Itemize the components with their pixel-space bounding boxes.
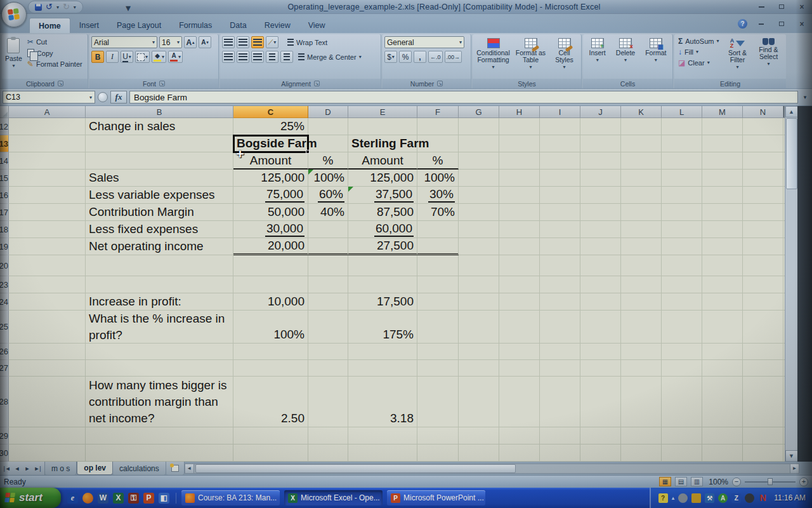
cell-D20[interactable]: [308, 255, 348, 276]
cell-F26[interactable]: [417, 344, 459, 360]
cell-A23[interactable]: [9, 276, 86, 293]
column-header-J[interactable]: J: [580, 106, 621, 118]
percent-style-button[interactable]: %: [399, 51, 412, 63]
cell-C13[interactable]: Bogside Farm: [233, 135, 308, 152]
key-app-icon[interactable]: ⚿: [128, 493, 139, 504]
vertical-scrollbar[interactable]: ▲ ▼: [785, 106, 797, 462]
paste-button[interactable]: Paste ▾: [4, 36, 23, 70]
word-icon[interactable]: W: [98, 493, 108, 504]
row-header-15[interactable]: 15: [0, 170, 9, 187]
sort-filter-button[interactable]: AZ Sort & Filter▾: [723, 36, 752, 72]
save-icon[interactable]: [35, 4, 42, 11]
wrap-text-button[interactable]: Wrap Text: [285, 38, 329, 47]
cell-C12[interactable]: 25%: [233, 118, 308, 135]
minimize-button[interactable]: [755, 2, 768, 11]
cell-B18[interactable]: Less fixed expenses: [86, 221, 233, 238]
increase-decimal-button[interactable]: ←.0: [428, 51, 443, 63]
cell-F28[interactable]: [417, 377, 459, 427]
cell-A18[interactable]: [9, 221, 86, 238]
page-break-view-button[interactable]: ▥: [691, 477, 703, 486]
vertical-scroll-thumb[interactable]: [786, 118, 797, 189]
top-align-button[interactable]: [222, 36, 235, 48]
undo-dropdown-icon[interactable]: ▾: [56, 4, 59, 10]
cell-B14[interactable]: [86, 152, 233, 170]
cell-B13[interactable]: [86, 135, 233, 152]
horizontal-scrollbar[interactable]: ◄ ►: [185, 462, 812, 475]
cell-C30[interactable]: [233, 444, 308, 462]
cell-D23[interactable]: [308, 276, 348, 293]
row-header-12[interactable]: 12: [0, 118, 9, 135]
row-header-19[interactable]: 19: [0, 238, 9, 255]
formula-input[interactable]: Bogside Farm: [129, 91, 798, 104]
cell-B27[interactable]: [86, 360, 233, 377]
row-header-16[interactable]: 16: [0, 187, 9, 204]
column-header-D[interactable]: D: [308, 106, 348, 118]
workbook-restore-button[interactable]: [775, 20, 788, 28]
paste-dropdown-icon[interactable]: ▾: [12, 64, 15, 69]
tab-home[interactable]: Home: [29, 18, 70, 33]
cell-D28[interactable]: [308, 377, 348, 427]
cell-E27[interactable]: [348, 360, 417, 377]
cell-A14[interactable]: [9, 152, 86, 170]
cell-C27[interactable]: [233, 360, 308, 377]
row-header-27[interactable]: 27: [0, 360, 9, 377]
cell-E15[interactable]: 125,000: [348, 170, 417, 187]
redo-icon[interactable]: ↻: [63, 1, 70, 13]
column-header-B[interactable]: B: [86, 106, 233, 118]
middle-align-button[interactable]: [237, 36, 249, 48]
cell-D26[interactable]: [308, 344, 348, 360]
cell-E12[interactable]: [348, 118, 417, 135]
tab-page-layout[interactable]: Page Layout: [108, 18, 170, 33]
cell-B30[interactable]: [86, 444, 233, 462]
sheet-tab-mos[interactable]: m o s: [45, 462, 77, 475]
cell-A13[interactable]: [9, 135, 86, 152]
cut-button[interactable]: ✂Cut: [25, 37, 84, 46]
help-tray-icon[interactable]: ?: [658, 493, 668, 503]
column-header-C[interactable]: C: [233, 106, 308, 118]
row-header-25[interactable]: 25: [0, 311, 9, 344]
shrink-font-button[interactable]: A▾: [199, 36, 211, 48]
cell-B20[interactable]: [86, 255, 233, 276]
cell-B19[interactable]: Net operating income: [86, 238, 233, 255]
column-header-I[interactable]: I: [540, 106, 580, 118]
cell-F23[interactable]: [417, 276, 459, 293]
tab-view[interactable]: View: [299, 18, 334, 33]
name-box[interactable]: C13▾: [3, 91, 95, 104]
cell-E20[interactable]: [348, 255, 417, 276]
start-button[interactable]: start: [0, 488, 61, 508]
cell-E29[interactable]: [348, 427, 417, 444]
cell-C15[interactable]: 125,000: [233, 170, 308, 187]
cell-A30[interactable]: [9, 444, 86, 462]
prev-sheet-icon[interactable]: ◄: [13, 465, 22, 472]
task-button-powerpoint[interactable]: P Microsoft PowerPoint ...: [387, 490, 485, 505]
clock-tray-icon[interactable]: [745, 493, 754, 503]
cell-F19[interactable]: [417, 238, 459, 255]
cell-F17[interactable]: 70%: [417, 204, 459, 221]
cell-C16[interactable]: 75,000: [233, 187, 308, 204]
insert-worksheet-button[interactable]: [166, 462, 185, 475]
last-sheet-icon[interactable]: ►|: [33, 465, 42, 472]
cell-E30[interactable]: [348, 444, 417, 462]
cell-A25[interactable]: [9, 311, 86, 344]
redo-dropdown-icon[interactable]: ▾: [74, 4, 76, 10]
cell-A12[interactable]: [9, 118, 86, 135]
workbook-minimize-button[interactable]: [755, 20, 768, 28]
column-header-H[interactable]: H: [499, 106, 540, 118]
cell-F20[interactable]: [417, 255, 459, 276]
row-header-20[interactable]: 20: [0, 255, 9, 276]
scroll-left-icon[interactable]: ◄: [185, 464, 194, 474]
expand-formula-bar-icon[interactable]: ▾: [801, 94, 809, 100]
cell-D15[interactable]: 100%: [308, 170, 348, 187]
decrease-decimal-button[interactable]: .00→: [445, 51, 462, 63]
page-layout-view-button[interactable]: ▤: [675, 477, 687, 486]
z-app-tray-icon[interactable]: Z: [731, 493, 741, 503]
cell-F18[interactable]: [417, 221, 459, 238]
cell-D12[interactable]: [308, 118, 348, 135]
cell-A20[interactable]: [9, 255, 86, 276]
powerpoint-icon[interactable]: P: [143, 493, 154, 504]
cell-B24[interactable]: Increase in profit:: [86, 293, 233, 311]
hide-icons-chevron-icon[interactable]: ▴: [672, 495, 675, 501]
cell-D29[interactable]: [308, 427, 348, 444]
cell-F16[interactable]: 30%: [417, 187, 459, 204]
align-left-button[interactable]: [222, 51, 235, 63]
